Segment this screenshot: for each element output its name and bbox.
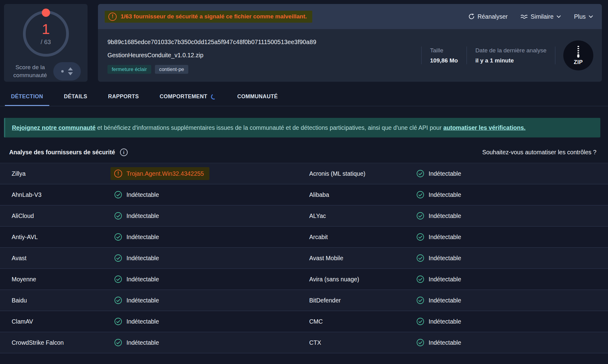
tag-zip[interactable]: fermeture éclair (107, 65, 151, 74)
vendor-name: Avira (sans nuage) (309, 276, 416, 283)
vendor-table: Zillya ! Trojan.Agent.Win32.4342255 Acro… (0, 163, 608, 364)
similar-label: Similaire (531, 13, 554, 20)
table-row: ClamAV ! Indétectable CMC ! (0, 311, 608, 332)
vendor-name: AliCloud (12, 212, 114, 220)
table-row: Avast ! Indétectable Avast Mobile ! (0, 248, 608, 269)
result-label: Indétectable (126, 234, 159, 241)
vote-up-icon[interactable] (68, 67, 73, 70)
similar-button[interactable]: Similaire (520, 13, 561, 20)
scan-result: ! Indétectable (114, 296, 159, 304)
result-label: Indétectable (126, 212, 159, 220)
reanalyze-label: Réanalyser (478, 13, 508, 20)
gauge-marker-dot (42, 9, 50, 17)
community-banner-text: et bénéficiez d'informations supplémenta… (96, 124, 443, 131)
tab-behavior[interactable]: COMPORTEMENT (154, 91, 223, 106)
file-sha256[interactable]: 9b89c1685edce701033c7b350c0dd125a5f947c4… (107, 39, 421, 46)
file-header-card: ! 1/63 fournisseur de sécurité a signalé… (98, 4, 602, 82)
result-label: Indétectable (126, 297, 159, 304)
similar-waves-icon (520, 14, 528, 19)
table-row: ! ! (0, 353, 608, 364)
result-label: Indétectable (126, 276, 159, 283)
check-icon (416, 296, 424, 304)
automate-controls-link[interactable]: Souhaitez-vous automatiser les contrôles… (482, 149, 596, 156)
zipper-icon (574, 46, 583, 58)
table-cell: Moyenne ! Indétectable (0, 269, 304, 290)
table-row: AhnLab-V3 ! Indétectable Alibaba ! (0, 184, 608, 205)
automate-checks-link[interactable]: automatiser les vérifications. (443, 124, 526, 131)
community-score-card: 1 / 63 Score de la communauté (4, 4, 88, 82)
vote-dot-icon (61, 70, 64, 73)
result-label: Indétectable (429, 318, 461, 325)
result-label: Indétectable (429, 212, 461, 220)
table-cell: CMC ! Indétectable (304, 311, 608, 332)
more-label: Plus (574, 13, 586, 20)
vote-down-icon[interactable] (68, 72, 73, 75)
result-label: Indétectable (429, 234, 461, 241)
result-label: Indétectable (126, 318, 159, 325)
table-cell: ALYac ! Indétectable (304, 205, 608, 226)
scan-result: ! Indétectable (416, 254, 461, 262)
size-value: 109,86 Mo (430, 57, 458, 64)
file-header-band: ! 1/63 fournisseur de sécurité a signalé… (98, 4, 602, 29)
check-icon (416, 191, 424, 199)
table-cell: ! (0, 353, 304, 364)
vendor-name: Antiy-AVL (12, 234, 114, 241)
result-label: Indétectable (429, 339, 461, 346)
result-label: Indétectable (429, 255, 461, 262)
warning-icon: ! (114, 170, 122, 178)
tab-details-label: DÉTAILS (64, 93, 87, 100)
community-vote-widget[interactable] (53, 62, 81, 81)
tab-detection-label: DÉTECTION (11, 93, 43, 100)
malicious-alert-banner: ! 1/63 fournisseur de sécurité a signalé… (105, 11, 312, 23)
malicious-alert-text: 1/63 fournisseur de sécurité a signalé c… (121, 13, 307, 20)
table-cell: Antiy-AVL ! Indétectable (0, 227, 304, 247)
chevron-down-icon (556, 15, 561, 18)
table-cell: Acronis (ML statique) ! Indétectable (304, 163, 608, 184)
check-icon (114, 191, 122, 199)
scan-result: ! Trojan.Agent.Win32.4342255 (111, 167, 209, 180)
section-title-wrap: Analyse des fournisseurs de sécurité i (9, 148, 128, 156)
table-row: Antiy-AVL ! Indétectable Arcabit ! (0, 227, 608, 248)
size-label: Taille (430, 47, 458, 54)
more-button[interactable]: Plus (574, 13, 593, 20)
tab-reports[interactable]: RAPPORTS (102, 91, 145, 106)
result-label: Indétectable (429, 297, 461, 304)
table-cell: CTX ! Indétectable (304, 332, 608, 353)
check-icon (114, 339, 122, 347)
check-icon (416, 275, 424, 283)
info-icon[interactable]: i (120, 148, 128, 156)
table-cell: ! (304, 353, 608, 364)
join-community-link[interactable]: Rejoignez notre communauté (12, 124, 96, 131)
tab-detection[interactable]: DÉTECTION (5, 91, 49, 106)
scan-result: ! Indétectable (114, 317, 159, 325)
result-label: Trojan.Agent.Win32.4342255 (126, 170, 204, 177)
scan-result: ! Indétectable (416, 191, 461, 199)
file-details-body: 9b89c1685edce701033c7b350c0dd125a5f947c4… (98, 29, 602, 82)
check-icon (416, 254, 424, 262)
vendor-name: Baidu (12, 297, 114, 304)
tab-details[interactable]: DÉTAILS (58, 91, 93, 106)
scan-result: ! Indétectable (416, 339, 461, 347)
virustotal-page: 1 / 63 Score de la communauté (0, 0, 608, 364)
table-cell: BitDefender ! Indétectable (304, 290, 608, 311)
vendor-name: Arcabit (309, 234, 416, 241)
file-stats: Taille 109,86 Mo Date de la dernière ana… (421, 40, 593, 70)
scan-result: ! Indétectable (416, 170, 461, 178)
vendor-name: ALYac (309, 212, 416, 220)
detections-count: 1 (42, 22, 50, 36)
chevron-down-icon (588, 15, 593, 18)
result-label: Indétectable (126, 191, 159, 198)
table-cell: Avira (sans nuage) ! Indétectable (304, 269, 608, 290)
check-icon (114, 296, 122, 304)
reanalyze-button[interactable]: Réanalyser (468, 13, 508, 20)
scan-result: ! Indétectable (416, 275, 461, 283)
vendor-name: Avast Mobile (309, 255, 416, 262)
result-label: Indétectable (126, 339, 159, 346)
tab-community[interactable]: COMMUNAUTÉ (231, 91, 284, 106)
section-title: Analyse des fournisseurs de sécurité (9, 149, 115, 156)
community-banner: Rejoignez notre communauté et bénéficiez… (4, 118, 600, 137)
tag-contains-pe[interactable]: contient-pe (155, 65, 189, 74)
vendor-name: CrowdStrike Falcon (12, 339, 114, 346)
warning-icon: ! (108, 13, 117, 21)
result-label: Indétectable (429, 276, 461, 283)
